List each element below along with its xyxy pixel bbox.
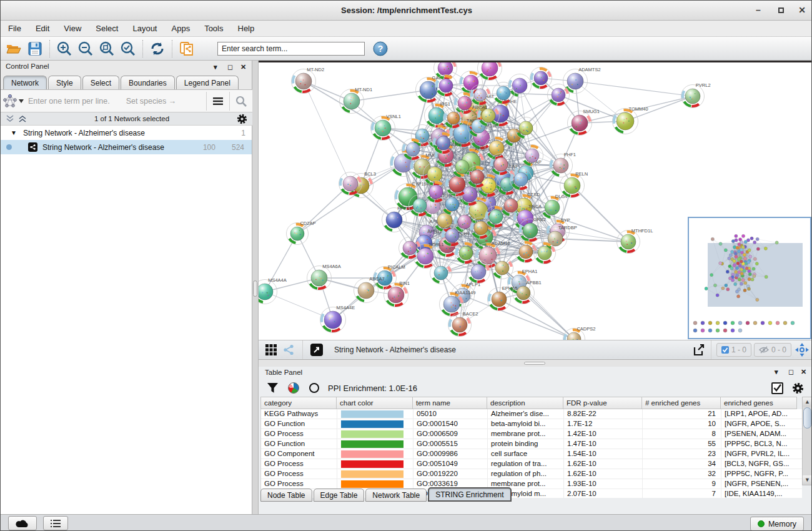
gear-icon[interactable] (237, 114, 247, 124)
column-header-FDR-p-value[interactable]: FDR p-value (563, 397, 642, 409)
tab-edge-table[interactable]: Edge Table (314, 489, 365, 502)
table-row[interactable]: GO FunctionGO:0005515protein binding1.47… (261, 439, 802, 449)
menu-item-edit[interactable]: Edit (34, 22, 51, 34)
table-row[interactable]: GO ProcessGO:0006509membrane prot...1.42… (261, 429, 802, 439)
tab-string-enrichment[interactable]: STRING Enrichment (428, 487, 511, 502)
network-node-PVRL2[interactable]: PVRL2 (681, 82, 711, 108)
network-node-MS4A4A[interactable]: MS4A4A (259, 277, 287, 304)
export-network-button[interactable] (690, 340, 708, 360)
network-tree-row[interactable]: String Network - Alzheimer's disease1005… (1, 140, 252, 154)
tab-network-table[interactable]: Network Table (365, 489, 427, 502)
network-node-ADAMTS2[interactable]: ADAMTS2 (563, 67, 601, 94)
network-node[interactable] (492, 257, 513, 279)
vertical-splitter[interactable] (252, 61, 259, 514)
table-row[interactable]: GO ProcessGO:0051049regulation of tra...… (261, 459, 802, 469)
zoom-fit-button[interactable] (96, 39, 117, 59)
table-row[interactable]: GO FunctionGO:0001540beta-amyloid bi...1… (261, 419, 802, 429)
network-node[interactable] (530, 67, 552, 89)
menu-item-view[interactable]: View (62, 22, 82, 34)
string-query-placeholder[interactable]: Enter one term per line. (28, 97, 110, 106)
close-button[interactable]: ✕ (794, 4, 810, 17)
tab-boundaries[interactable]: Boundaries (121, 76, 175, 89)
table-settings-gear-icon[interactable] (792, 382, 804, 394)
network-node[interactable] (399, 237, 421, 259)
menu-item-apps[interactable]: Apps (171, 22, 192, 34)
table-panel-menu-icon[interactable]: ▾ (775, 368, 778, 376)
tree-expand-icon[interactable]: ▼ (11, 129, 17, 136)
panel-menu-icon[interactable]: ▾ (214, 63, 217, 71)
tab-style[interactable]: Style (48, 76, 81, 89)
expand-all-icon[interactable] (18, 115, 27, 122)
network-node-TOMM40[interactable]: TOMM40 (613, 106, 648, 134)
scroll-down-arrow[interactable]: ▼ (803, 475, 812, 485)
table-scrollbar[interactable]: ▲ ▼ (802, 397, 812, 485)
horizontal-splitter[interactable] (259, 360, 812, 367)
help-button[interactable]: ? (370, 39, 391, 59)
network-node-RELN[interactable]: RELN (560, 171, 588, 198)
copy-network-button[interactable] (176, 39, 197, 59)
network-node-MT-ND1[interactable]: MT-ND1 (340, 87, 373, 114)
string-search-button[interactable] (230, 96, 252, 107)
zoom-in-button[interactable] (54, 39, 75, 59)
minimize-button[interactable]: – (750, 4, 766, 17)
column-header-term-name[interactable]: term name (413, 397, 487, 409)
network-node-PPP5C[interactable]: PPP5C (382, 206, 413, 232)
share-view-button[interactable] (280, 340, 297, 360)
splitter-grip[interactable] (253, 280, 257, 297)
panel-close-icon[interactable]: ✕ (240, 63, 246, 71)
network-tree-row[interactable]: ▼String Network - Alzheimer's disease1 (1, 126, 252, 140)
column-header-chart-color[interactable]: chart color (337, 397, 413, 409)
menu-item-file[interactable]: File (7, 22, 22, 34)
maximize-button[interactable] (773, 4, 789, 17)
tab-legend-panel[interactable]: Legend Panel (176, 76, 239, 89)
column-header-enriched-genes[interactable]: enriched genes (721, 397, 797, 409)
table-row[interactable]: GO ProcessGO:0019220regulation of ph...1… (261, 469, 802, 479)
network-view[interactable]: MT-ND2MT-ND1VSNL1GAB2IRS1CHATABCA1BCHEIL… (259, 61, 812, 340)
set-species-label[interactable]: Set species → (126, 97, 206, 106)
string-app-selector[interactable] (1, 94, 26, 109)
birds-eye-view[interactable] (688, 217, 811, 339)
scrollbar-thumb[interactable] (803, 407, 811, 429)
memory-button[interactable]: Memory (750, 517, 804, 531)
table-panel-float-icon[interactable]: ◻ (788, 368, 794, 376)
open-session-button[interactable] (3, 39, 24, 59)
column-header-enriched-genes[interactable]: # enriched genes (642, 397, 721, 409)
birdseye-toggle-button[interactable] (791, 340, 812, 360)
tab-node-table[interactable]: Node Table (260, 489, 312, 502)
network-node-MT-ND2[interactable]: MT-ND2 (292, 67, 325, 94)
task-history-button[interactable] (43, 516, 68, 530)
network-node-MS4A4E[interactable]: MS4A4E (320, 305, 355, 333)
open-in-new-button[interactable] (308, 340, 325, 360)
network-node-MS4A6A[interactable]: MS4A6A (307, 264, 341, 290)
select-all-checkbox[interactable] (771, 382, 783, 394)
menu-item-layout[interactable]: Layout (131, 22, 158, 34)
zoom-out-button[interactable] (75, 39, 96, 59)
zoom-selected-button[interactable] (117, 39, 139, 59)
table-row[interactable]: KEGG Pathways05010Alzheimer's dise...8.8… (261, 409, 802, 419)
column-header-category[interactable]: category (260, 397, 337, 409)
save-session-button[interactable] (24, 39, 46, 59)
menu-item-help[interactable]: Help (237, 22, 256, 34)
network-node-MTHFD1L[interactable]: MTHFD1L (617, 228, 653, 254)
splitter-grip-horizontal[interactable] (524, 362, 545, 365)
table-panel-close-icon[interactable]: ✕ (801, 368, 806, 376)
scroll-up-arrow[interactable]: ▲ (803, 397, 812, 407)
grid-view-button[interactable] (262, 340, 280, 360)
column-header-description[interactable]: description (487, 397, 563, 409)
tab-network[interactable]: Network (3, 76, 47, 89)
pie-chart-icon[interactable] (288, 382, 299, 394)
table-row[interactable]: GO ComponentGO:0009986cell surface1.54E-… (261, 449, 802, 459)
string-options-button[interactable] (207, 97, 229, 105)
search-input[interactable] (217, 42, 365, 56)
menu-item-select[interactable]: Select (94, 22, 119, 34)
panel-float-icon[interactable]: ◻ (227, 63, 233, 71)
cloud-tasks-button[interactable] (8, 516, 37, 530)
ring-chart-icon[interactable] (309, 383, 319, 393)
network-node-VSNL1[interactable]: VSNL1 (371, 114, 401, 141)
network-node-ABCA7[interactable]: ABCA7 (354, 276, 385, 303)
tab-select[interactable]: Select (82, 76, 119, 89)
collapse-all-icon[interactable] (6, 115, 14, 122)
refresh-network-button[interactable] (147, 39, 168, 59)
filter-icon[interactable] (267, 383, 278, 394)
menu-item-tools[interactable]: Tools (203, 22, 224, 34)
